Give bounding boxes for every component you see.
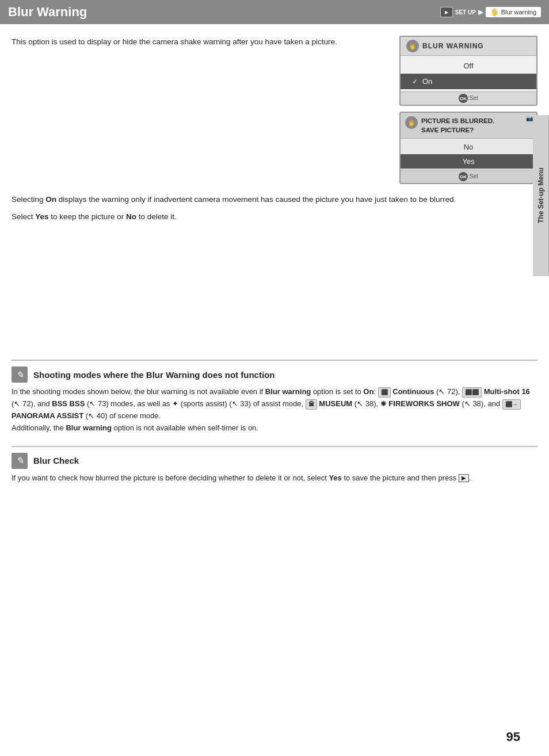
blur-icon: 🖐 [490, 8, 499, 16]
blur-dialog-hand-symbol: 🖐 [408, 120, 415, 126]
menu-item-on-label: On [422, 77, 432, 86]
ok-icon: OK [459, 94, 468, 103]
note-body-2: If you want to check how blurred the pic… [12, 472, 537, 484]
dialog-option-no[interactable]: No [401, 140, 536, 154]
blur-dialog-message: PICTURE IS BLURRED.SAVE PICTURE? [421, 116, 494, 135]
camera-ui-body: Off ✓ On [401, 56, 536, 91]
camera-ui-footer: OK:Set [401, 91, 536, 105]
side-tab-label: The Set-up Menu [537, 168, 545, 224]
hand-icon-symbol: 🖐 [409, 43, 416, 49]
note-title-2: Blur Check [33, 456, 79, 465]
bold-on: On [45, 195, 56, 204]
breadcrumb-blur-box: 🖐 Blur warning [486, 7, 541, 17]
bold-fireworks: FIREWORKS SHOW [388, 399, 460, 408]
breadcrumb-setup-label: SET UP [455, 9, 476, 16]
side-tab: The Set-up Menu [533, 115, 549, 276]
dialog-option-yes[interactable]: Yes [401, 154, 536, 169]
note-header-2: ✎ Blur Check [12, 447, 537, 472]
bold-yes-2: Yes [329, 474, 341, 482]
blur-ok-icon: OK [459, 172, 468, 181]
setup-icon: ▶ [440, 7, 453, 17]
page-title: Blur Warning [8, 5, 440, 20]
note-section-2: ✎ Blur Check If you want to check how bl… [12, 446, 537, 484]
bold-museum: MUSEUM [319, 399, 352, 408]
multishot-icon: ⬛⬛ [462, 387, 482, 398]
blur-dialog-header: 🖐 PICTURE IS BLURRED.SAVE PICTURE? 📷 [401, 113, 536, 139]
note-section-1: ✎ Shooting modes where the Blur Warning … [12, 360, 537, 434]
page-number: 95 [506, 730, 520, 744]
bold-bss: BSS BSS [52, 399, 85, 408]
camera-ui-title: BLUR WARNING [422, 42, 484, 50]
note-body-1: In the shooting modes shown below, the b… [12, 386, 537, 434]
note-title-1: Shooting modes where the Blur Warning do… [33, 370, 274, 380]
desc-paragraph-2: Select Yes to keep the picture or No to … [12, 211, 537, 223]
check-mark-icon: ✓ [412, 78, 418, 86]
description-area: Selecting On displays the warning only i… [0, 193, 549, 223]
breadcrumb-blur-label: Blur warning [501, 9, 536, 16]
bold-blur-warning-2: Blur warning [66, 423, 111, 432]
menu-item-off[interactable]: Off [401, 58, 536, 74]
left-column: This option is used to display or hide t… [12, 36, 388, 184]
blur-dialog-footer: OK:Set [401, 170, 536, 183]
header-bar: Blur Warning ▶ SET UP ▶ 🖐 Blur warning [0, 0, 549, 24]
intro-text: This option is used to display or hide t… [12, 36, 388, 48]
bold-no: No [126, 212, 136, 221]
right-column: 🖐 BLUR WARNING Off ✓ On OK:Set 🖐 [399, 36, 537, 184]
breadcrumb: ▶ SET UP ▶ 🖐 Blur warning [440, 7, 541, 17]
note-pencil-icon-2: ✎ [16, 455, 24, 466]
menu-item-on[interactable]: ✓ On [401, 74, 536, 89]
breadcrumb-arrow: ▶ [478, 8, 483, 16]
panorama-icon: ⬛→ [502, 399, 521, 410]
breadcrumb-setup-item: ▶ SET UP [440, 7, 476, 17]
camera-ui-header: 🖐 BLUR WARNING [401, 37, 536, 56]
note-icon-2: ✎ [12, 453, 28, 469]
blur-dialog-hand-icon: 🖐 [405, 116, 418, 129]
blur-warning-dialog: 🖐 PICTURE IS BLURRED.SAVE PICTURE? 📷 No … [399, 112, 537, 184]
museum-icon: 🏛 [306, 399, 317, 410]
bold-multishot: Multi-shot 16 [484, 387, 530, 396]
note-header-1: ✎ Shooting modes where the Blur Warning … [12, 361, 537, 386]
desc-paragraph-1: Selecting On displays the warning only i… [12, 193, 537, 206]
play-button-icon: ▶ [459, 474, 469, 482]
bold-yes: Yes [35, 212, 48, 221]
note-icon-1: ✎ [12, 366, 28, 383]
camera-hand-icon: 🖐 [406, 40, 419, 52]
continuous-icon: ⬛ [378, 387, 391, 398]
body-area: This option is used to display or hide t… [0, 24, 549, 184]
bold-blur-warning: Blur warning [265, 387, 311, 396]
blur-dialog-body: No Yes [401, 139, 536, 170]
corner-icon: 📷 [526, 115, 533, 121]
bold-continuous: Continuous [392, 387, 434, 396]
note-pencil-icon-1: ✎ [16, 369, 24, 380]
bold-panorama: PANORAMA ASSIST [12, 411, 83, 420]
blur-warning-menu: 🖐 BLUR WARNING Off ✓ On OK:Set [399, 36, 537, 106]
bold-on-2: On [363, 387, 373, 396]
